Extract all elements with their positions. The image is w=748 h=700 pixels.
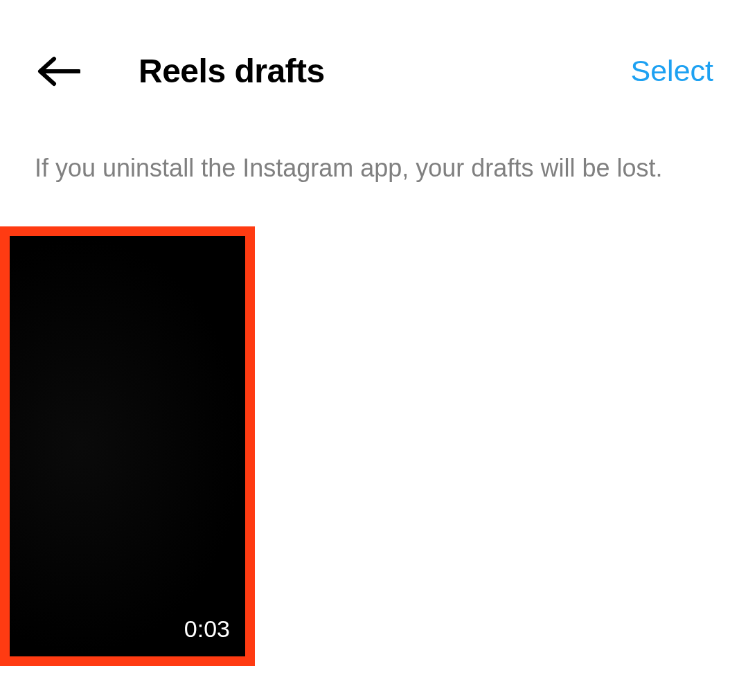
drafts-grid: 0:03 <box>0 185 748 666</box>
draft-thumbnail <box>10 236 245 656</box>
draft-item[interactable]: 0:03 <box>0 226 255 666</box>
header: Reels drafts Select <box>0 0 748 104</box>
back-button[interactable] <box>35 47 83 96</box>
arrow-left-icon <box>37 55 80 88</box>
info-message: If you uninstall the Instagram app, your… <box>0 104 748 185</box>
select-button[interactable]: Select <box>630 54 713 88</box>
page-title: Reels drafts <box>139 52 325 90</box>
draft-duration: 0:03 <box>184 616 230 643</box>
